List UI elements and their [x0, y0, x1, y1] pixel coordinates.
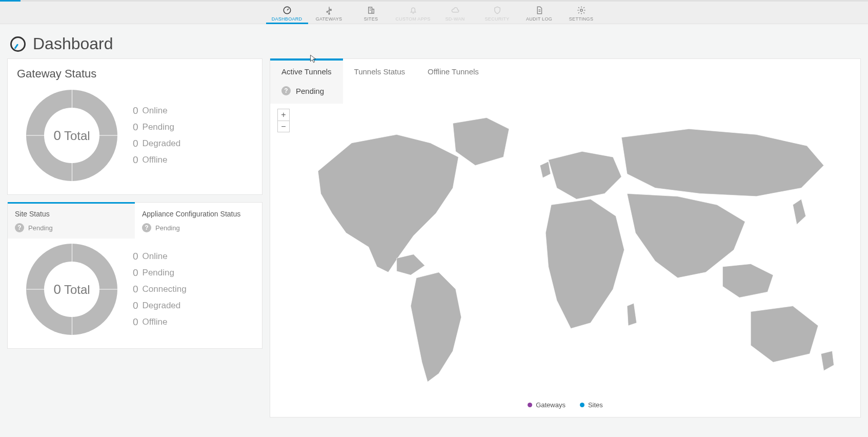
- nav-sdwan[interactable]: SD-WAN: [434, 2, 476, 24]
- gateway-donut-chart: 0Total: [26, 90, 117, 181]
- site-status-card: Site Status ? Pending Appliance Configur…: [7, 202, 263, 349]
- nav-label: SETTINGS: [569, 16, 593, 22]
- legend-connecting: 0Connecting: [133, 284, 187, 295]
- tab-appliance-config-title: Appliance Configuration Status: [142, 210, 255, 218]
- legend-pending: 0Pending: [133, 267, 187, 279]
- site-status-pending-row: ? Pending: [15, 223, 128, 239]
- legend-pending: 0Pending: [133, 122, 180, 133]
- nav-label: CUSTOM APPS: [395, 16, 430, 22]
- help-icon: ?: [15, 223, 24, 232]
- help-icon: ?: [281, 86, 291, 95]
- nav-audit-log[interactable]: AUDIT LOG: [518, 2, 560, 24]
- gateway-total-value: 0: [53, 128, 60, 143]
- nav-label: GATEWAYS: [316, 16, 342, 22]
- zoom-in-button[interactable]: +: [278, 109, 289, 121]
- cloud-icon: [451, 6, 460, 15]
- svg-point-3: [328, 13, 329, 14]
- map-legend-sites: Sites: [580, 401, 603, 409]
- appliance-config-pending-row: ? Pending: [142, 223, 255, 239]
- map-legend-gateways: Gateways: [528, 401, 566, 409]
- legend-offline: 0Offline: [133, 316, 187, 328]
- legend-offline: 0Offline: [133, 154, 180, 166]
- tab-site-status-title: Site Status: [15, 210, 128, 218]
- nav-security[interactable]: SECURITY: [476, 2, 518, 24]
- gauge-icon: [282, 6, 292, 15]
- gear-icon: [577, 6, 586, 15]
- tab-active-tunnels-label: Active Tunnels: [281, 67, 332, 76]
- building-icon: [367, 6, 376, 15]
- site-total-value: 0: [53, 282, 60, 297]
- dot-blue-icon: [580, 403, 584, 407]
- gateway-total-label: Total: [64, 129, 90, 143]
- map-legend-gateways-label: Gateways: [536, 401, 566, 409]
- top-nav-inner: DASHBOARD GATEWAYS SITES CUSTOM APPS SD-…: [266, 2, 602, 24]
- nav-label: SITES: [364, 16, 378, 22]
- legend-online: 0Online: [133, 105, 180, 116]
- legend-degraded: 0Degraded: [133, 138, 180, 149]
- tab-site-status[interactable]: Site Status ? Pending: [8, 203, 135, 239]
- zoom-out-button[interactable]: −: [278, 121, 289, 132]
- page-header: Dashboard: [0, 24, 868, 58]
- world-map[interactable]: + −: [270, 104, 860, 396]
- nav-sites[interactable]: SITES: [350, 2, 392, 24]
- site-legend: 0Online 0Pending 0Connecting 0Degraded 0…: [133, 251, 187, 328]
- map-legend-sites-label: Sites: [588, 401, 603, 409]
- svg-point-5: [327, 11, 328, 12]
- tab-appliance-config[interactable]: Appliance Configuration Status ? Pending: [135, 203, 262, 239]
- nav-label: SECURITY: [485, 16, 510, 22]
- tunnels-pending-label: Pending: [296, 87, 324, 95]
- nav-settings[interactable]: SETTINGS: [560, 2, 602, 24]
- site-donut-center: 0Total: [53, 282, 90, 297]
- tab-active-tunnels[interactable]: Active Tunnels ? Pending: [270, 59, 343, 104]
- top-nav: DASHBOARD GATEWAYS SITES CUSTOM APPS SD-…: [0, 2, 868, 24]
- shield-icon: [493, 6, 502, 15]
- bell-icon: [409, 6, 418, 15]
- nav-label: AUDIT LOG: [526, 16, 552, 22]
- nav-custom-apps[interactable]: CUSTOM APPS: [392, 2, 434, 24]
- gateway-legend: 0Online 0Pending 0Degraded 0Offline: [133, 105, 180, 166]
- site-total-label: Total: [64, 283, 90, 296]
- site-donut-wrap: 0Total 0Online 0Pending 0Connecting 0Deg…: [8, 239, 262, 348]
- page-title: Dashboard: [33, 34, 113, 53]
- svg-line-1: [287, 9, 289, 10]
- legend-online: 0Online: [133, 251, 187, 262]
- tab-offline-tunnels[interactable]: Offline Tunnels: [416, 59, 490, 104]
- gateway-status-card: Gateway Status 0Total 0Online 0Pending 0…: [7, 58, 263, 195]
- dot-purple-icon: [528, 403, 532, 407]
- nav-label: DASHBOARD: [272, 16, 302, 22]
- map-zoom-control: + −: [277, 109, 290, 132]
- gateway-donut-wrap: 0Total 0Online 0Pending 0Degraded 0Offli…: [8, 85, 262, 194]
- content-area: Gateway Status 0Total 0Online 0Pending 0…: [0, 58, 868, 425]
- usb-icon: [325, 6, 334, 15]
- map-legend: Gateways Sites: [270, 396, 860, 417]
- tunnel-tabs: Active Tunnels ? Pending Tunnels Status …: [270, 59, 490, 104]
- legend-degraded: 0Degraded: [133, 300, 187, 311]
- appliance-config-pending-label: Pending: [155, 224, 180, 232]
- dashboard-gauge-icon: [10, 36, 26, 52]
- nav-gateways[interactable]: GATEWAYS: [308, 2, 350, 24]
- site-status-pending-label: Pending: [28, 224, 53, 232]
- nav-label: SD-WAN: [446, 16, 465, 22]
- gateway-status-title: Gateway Status: [8, 59, 262, 85]
- world-map-svg: [270, 104, 860, 396]
- nav-dashboard[interactable]: DASHBOARD: [266, 2, 308, 24]
- tab-tunnels-status[interactable]: Tunnels Status: [343, 59, 417, 104]
- help-icon: ?: [142, 223, 151, 232]
- svg-rect-7: [372, 9, 374, 13]
- tunnels-card: Active Tunnels ? Pending Tunnels Status …: [270, 58, 861, 418]
- doc-icon: [535, 6, 544, 15]
- site-donut-chart: 0Total: [26, 244, 117, 335]
- site-status-tabs: Site Status ? Pending Appliance Configur…: [8, 203, 262, 239]
- left-column: Gateway Status 0Total 0Online 0Pending 0…: [7, 58, 263, 418]
- svg-point-13: [580, 9, 582, 12]
- gateway-donut-center: 0Total: [53, 128, 90, 144]
